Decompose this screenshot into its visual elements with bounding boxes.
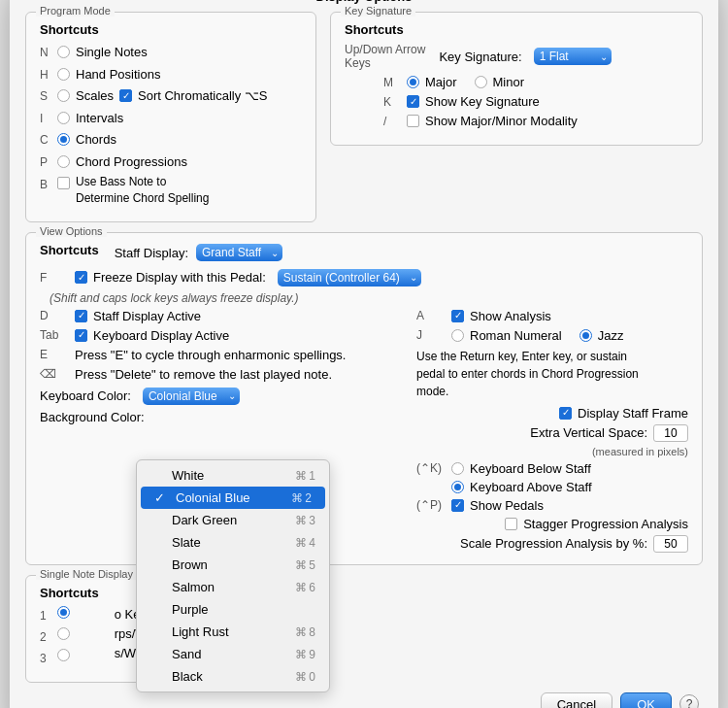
- key-slash: /: [383, 115, 401, 128]
- freeze-row: F Freeze Display with this Pedal: Sustai…: [40, 269, 688, 287]
- checkbox-display-staff-frame[interactable]: [559, 407, 572, 420]
- help-button[interactable]: ?: [679, 694, 699, 708]
- keyboard-color-label: Keyboard Color:: [40, 388, 131, 403]
- program-mode-shortcuts-heading: Shortcuts: [40, 22, 302, 37]
- shortcut-content-b: Use Bass Note toDetermine Chord Spelling: [57, 174, 209, 207]
- display-staff-frame-row: Display Staff Frame: [416, 406, 688, 421]
- cancel-button[interactable]: Cancel: [541, 692, 612, 708]
- shortcut-content-s: Scales Sort Chromatically ⌥S: [57, 86, 268, 106]
- label-chords: Chords: [76, 130, 116, 150]
- label-colonial-blue: Colonial Blue: [176, 490, 250, 505]
- radio-intervals[interactable]: [57, 112, 70, 124]
- key-b: B: [40, 176, 57, 193]
- radio-chord-progressions[interactable]: [57, 155, 70, 168]
- hint-brown: ⌘5: [295, 558, 315, 572]
- show-pedals-row: (⌃P) Show Pedals: [416, 498, 688, 513]
- checkbox-bass-note[interactable]: [57, 177, 70, 189]
- checkbox-show-major-minor[interactable]: [407, 115, 419, 127]
- dropdown-item-black[interactable]: Black ⌘0: [137, 665, 329, 688]
- radio-sn-1[interactable]: [57, 606, 70, 619]
- key-sig-select[interactable]: 1 Flat ⌄: [534, 48, 612, 65]
- radio-keyboard-below[interactable]: [451, 462, 464, 475]
- key-3: 3: [40, 650, 57, 667]
- label-scales: Scales: [76, 86, 114, 106]
- ks-major-minor-row: M Major Minor: [383, 75, 688, 89]
- label-hand-positions: Hand Positions: [76, 65, 160, 84]
- radio-keyboard-above[interactable]: [451, 481, 464, 493]
- checkbox-sort-chromatically[interactable]: [119, 89, 132, 102]
- radio-jazz[interactable]: [579, 329, 592, 342]
- radio-sn-3[interactable]: [57, 649, 70, 661]
- key-2: 2: [40, 628, 57, 646]
- bottom-buttons: Cancel OK ?: [10, 683, 718, 708]
- scale-progression-label: Scale Progression Analysis by %:: [460, 536, 647, 551]
- checkbox-show-analysis[interactable]: [451, 310, 464, 322]
- checkbox-staff-active[interactable]: [75, 310, 87, 322]
- dropdown-item-salmon[interactable]: Salmon ⌘6: [137, 576, 329, 598]
- radio-chords[interactable]: [57, 133, 70, 146]
- checkbox-freeze[interactable]: [75, 271, 87, 284]
- extra-vertical-space-input[interactable]: [653, 424, 688, 442]
- sn-row-1: 1: [40, 606, 99, 624]
- label-keyboard-below: Keyboard Below Staff: [470, 461, 591, 476]
- label-delete: Press "Delete" to remove the last played…: [75, 367, 332, 382]
- dropdown-item-sand[interactable]: Sand ⌘9: [137, 643, 329, 665]
- key-sig-field-label: Key Signature:: [439, 50, 521, 64]
- label-minor: Minor: [493, 75, 525, 89]
- radio-single-notes[interactable]: [57, 46, 70, 58]
- stagger-row: Stagger Progression Analysis: [416, 517, 688, 531]
- radio-roman-numeral[interactable]: [451, 329, 464, 342]
- dropdown-item-dark-green[interactable]: Dark Green ⌘3: [137, 509, 329, 531]
- radio-hand-positions[interactable]: [57, 68, 70, 81]
- key-c: C: [40, 131, 57, 149]
- label-white: White: [172, 468, 204, 483]
- hint-slate: ⌘4: [295, 536, 315, 550]
- label-intervals: Intervals: [76, 109, 123, 128]
- key-f: F: [40, 271, 69, 285]
- label-jazz: Jazz: [598, 328, 624, 343]
- key-j: J: [416, 328, 446, 342]
- checkbox-keyboard-active[interactable]: [75, 329, 87, 342]
- view-row-e: E Press "E" to cycle through enharmonic …: [40, 348, 401, 362]
- view-row-a: A Show Analysis: [416, 309, 688, 323]
- key-tab: Tab: [40, 328, 69, 342]
- keyboard-above-row: Keyboard Above Staff: [416, 480, 688, 494]
- key-del: ⌫: [40, 367, 69, 381]
- dropdown-item-colonial-blue[interactable]: ✓ Colonial Blue ⌘2: [141, 487, 325, 509]
- label-major: Major: [425, 75, 457, 89]
- dropdown-item-light-rust[interactable]: Light Rust ⌘8: [137, 621, 329, 643]
- checkbox-show-key-sig[interactable]: [407, 95, 419, 108]
- extra-vertical-space-row: Extra Vertical Space:: [416, 424, 688, 442]
- ks-show-key-sig-row: K Show Key Signature: [383, 94, 688, 109]
- dropdown-item-brown[interactable]: Brown ⌘5: [137, 554, 329, 576]
- radio-major[interactable]: [407, 76, 419, 88]
- program-mode-label: Program Mode: [36, 5, 115, 17]
- scale-progression-row: Scale Progression Analysis by %:: [416, 535, 688, 553]
- freeze-pedal-select[interactable]: Sustain (Controller 64) ⌄: [278, 269, 421, 287]
- chevron-down-icon-2: ⌄: [271, 248, 279, 258]
- hint-colonial-blue: ⌘2: [291, 491, 312, 505]
- staff-display-select[interactable]: Grand Staff ⌄: [196, 244, 282, 261]
- dropdown-item-slate[interactable]: Slate ⌘4: [137, 531, 329, 554]
- dropdown-item-white[interactable]: White ⌘1: [137, 464, 329, 487]
- keyboard-color-select[interactable]: Colonial Blue ⌄: [143, 388, 240, 405]
- chevron-down-icon: ⌄: [600, 51, 608, 62]
- checkbox-stagger[interactable]: [505, 518, 517, 530]
- dropdown-item-purple[interactable]: Purple: [137, 598, 329, 621]
- ok-button[interactable]: OK: [620, 692, 672, 708]
- keyboard-below-row: (⌃K) Keyboard Below Staff: [416, 461, 688, 476]
- key-m: M: [383, 76, 401, 89]
- hint-black: ⌘0: [295, 670, 315, 684]
- radio-minor[interactable]: [475, 76, 487, 88]
- ks-show-major-minor-row: / Show Major/Minor Modality: [383, 114, 688, 128]
- view-row-del: ⌫ Press "Delete" to remove the last play…: [40, 367, 401, 382]
- label-staff-active: Staff Display Active: [93, 309, 201, 323]
- key-sig-value: 1 Flat: [540, 50, 569, 63]
- scale-progression-input[interactable]: [653, 535, 688, 553]
- label-light-rust: Light Rust: [172, 624, 229, 639]
- color-dropdown[interactable]: White ⌘1 ✓ Colonial Blue ⌘2 Dark Green ⌘…: [136, 459, 330, 692]
- staff-display-value: Grand Staff: [202, 246, 261, 259]
- checkbox-show-pedals[interactable]: [451, 499, 464, 512]
- radio-sn-2[interactable]: [57, 627, 70, 640]
- radio-scales[interactable]: [57, 89, 70, 102]
